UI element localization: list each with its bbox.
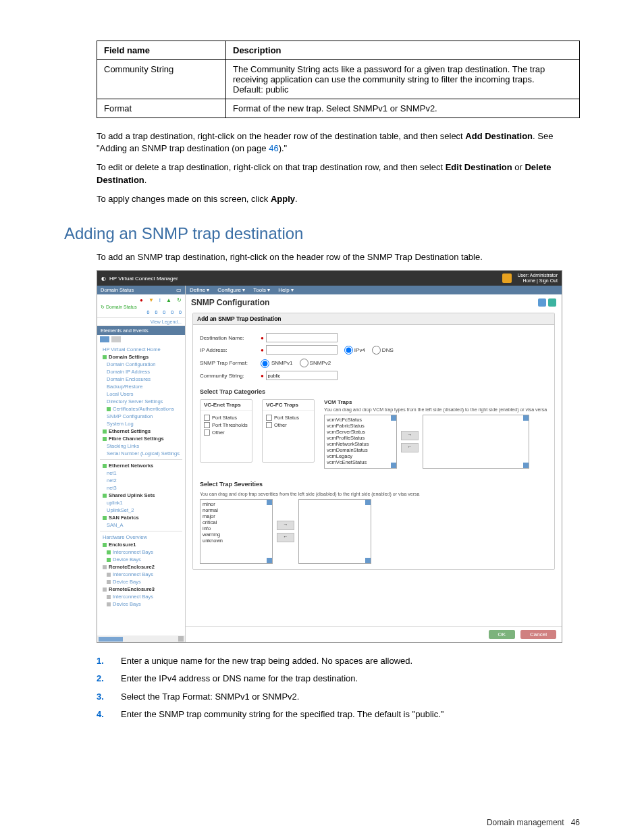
nav-item[interactable]: Interconnect Bays — [100, 548, 182, 556]
menu-item[interactable]: Define ▾ — [190, 287, 209, 293]
link-page-46[interactable]: 46 — [269, 143, 278, 153]
nav-item[interactable]: Interconnect Bays — [100, 593, 182, 600]
ok-button[interactable]: OK — [489, 630, 516, 639]
list-item[interactable]: normal — [203, 507, 270, 513]
step-item: Select the Trap Format: SNMPv1 or SNMPv2… — [97, 688, 580, 706]
th-field: Field name — [97, 41, 226, 60]
list-item[interactable]: vcmNetworkStatus — [327, 441, 394, 447]
nav-item[interactable]: net1 — [100, 469, 182, 477]
trap-checkbox[interactable]: Other — [266, 422, 311, 428]
sev-disabled-list[interactable]: minornormalmajorcriticalinfowarningunkno… — [200, 499, 273, 564]
vcm-traps-area: VCM Traps You can drag and drop VCM trap… — [324, 399, 547, 469]
tab-icon[interactable] — [111, 336, 121, 342]
list-item[interactable]: major — [203, 513, 270, 519]
list-item[interactable]: warning — [203, 531, 270, 538]
nav-item[interactable]: net3 — [100, 484, 182, 492]
section-heading: Adding an SNMP trap destination — [64, 224, 580, 243]
list-item[interactable]: info — [203, 525, 270, 531]
menu-item[interactable]: Help ▾ — [278, 287, 294, 293]
nav-item[interactable]: Domain Enclosures — [100, 375, 182, 383]
move-right-button[interactable]: → — [401, 431, 419, 440]
nav-item[interactable]: Hardware Overview — [100, 533, 182, 541]
menubar[interactable]: Define ▾Configure ▾Tools ▾Help ▾ — [186, 286, 562, 294]
nav-item[interactable]: RemoteEnclosure2 — [100, 563, 182, 571]
list-item[interactable]: vcmDomainStatus — [327, 447, 394, 453]
move-left-button[interactable]: ← — [401, 443, 419, 452]
list-item[interactable]: minor — [203, 501, 270, 507]
nav-item[interactable]: Fibre Channel Settings — [100, 435, 182, 442]
nav-item[interactable]: Device Bays — [100, 556, 182, 563]
tab-icon[interactable] — [100, 336, 109, 342]
list-item[interactable]: vcmVcFcStatus — [327, 417, 394, 423]
trap-checkbox[interactable]: Port Thresholds — [204, 422, 248, 428]
list-item[interactable]: vcmVcEnetStatus — [327, 459, 394, 465]
vcm-enabled-list[interactable] — [423, 415, 529, 469]
move-right-button[interactable]: → — [277, 521, 294, 530]
enet-traps-column: VC-Enet Traps Port Status Port Threshold… — [200, 399, 252, 463]
snmpv1-radio[interactable] — [261, 359, 269, 368]
nav-item[interactable]: SAN_A — [100, 521, 182, 529]
nav-item[interactable]: UplinkSet_2 — [100, 506, 182, 514]
menu-item[interactable]: Tools ▾ — [253, 287, 270, 293]
snmpv2-radio[interactable] — [300, 359, 308, 367]
collapse-icon[interactable]: ▭ — [176, 287, 182, 293]
nav-item[interactable]: Domain Configuration — [100, 361, 182, 368]
add-trap-panel: Add an SNMP Trap Destination Destination… — [192, 313, 555, 570]
nav-item[interactable]: Certificates/Authentications — [100, 405, 182, 413]
hp-logo-icon: ◐ — [101, 276, 106, 282]
nav-item[interactable]: Stacking Links — [100, 442, 182, 450]
trap-checkbox[interactable]: Port Status — [266, 415, 311, 421]
panel-header: Add an SNMP Trap Destination — [193, 313, 554, 325]
comm-input[interactable] — [266, 371, 338, 380]
print-icon[interactable] — [538, 298, 546, 307]
sev-enabled-list[interactable] — [298, 499, 371, 564]
home-icon[interactable] — [502, 273, 512, 283]
nav-item[interactable]: Enclosure1 — [100, 541, 182, 548]
help-icon[interactable] — [548, 298, 556, 307]
list-item[interactable]: vcmProfileStatus — [327, 435, 394, 441]
nav-item[interactable]: Directory Server Settings — [100, 398, 182, 405]
list-item[interactable]: critical — [203, 519, 270, 525]
ipv4-radio[interactable] — [344, 346, 353, 355]
sidebar-scrollbar[interactable] — [97, 635, 185, 642]
nav-item[interactable]: Backup/Restore — [100, 383, 182, 390]
nav-item[interactable]: uplink1 — [100, 499, 182, 506]
list-item[interactable]: vcmServerStatus — [327, 429, 394, 435]
nav-item[interactable]: Serial Number (Logical) Settings — [100, 450, 182, 457]
app-title: HP Virtual Connect Manager — [109, 276, 178, 282]
nav-item[interactable]: Domain Settings — [100, 353, 182, 361]
dest-name-label: Destination Name: — [200, 335, 261, 341]
nav-item[interactable]: Ethernet Networks — [100, 462, 182, 469]
nav-item[interactable]: Shared Uplink Sets — [100, 492, 182, 499]
nav-item[interactable]: SAN Fabrics — [100, 514, 182, 521]
list-item[interactable]: vcmFabricStatus — [327, 423, 394, 429]
nav-item[interactable]: Device Bays — [100, 578, 182, 585]
list-item[interactable]: unknown — [203, 538, 270, 544]
nav-item[interactable]: Local Users — [100, 390, 182, 398]
nav-item[interactable]: HP Virtual Connect Home — [100, 346, 182, 353]
dest-name-input[interactable] — [266, 333, 338, 342]
nav-item[interactable]: SNMP Configuration — [100, 413, 182, 420]
cancel-button[interactable]: Cancel — [520, 630, 556, 639]
list-item[interactable]: vcmLegacy — [327, 453, 394, 459]
menu-item[interactable]: Configure ▾ — [217, 287, 245, 293]
trap-checkbox[interactable]: Other — [204, 429, 248, 436]
nav-item[interactable]: Interconnect Bays — [100, 571, 182, 578]
nav-item[interactable]: Domain IP Address — [100, 368, 182, 375]
nav-item[interactable]: net2 — [100, 477, 182, 484]
vcm-disabled-list[interactable]: vcmVcFcStatusvcmFabricStatusvcmServerSta… — [324, 415, 397, 469]
dns-radio[interactable] — [372, 346, 381, 355]
ip-input[interactable] — [266, 345, 338, 355]
view-legend-link[interactable]: View Legend... — [97, 318, 185, 326]
trap-checkbox[interactable]: Port Status — [204, 415, 248, 421]
nav-tree[interactable]: HP Virtual Connect HomeDomain SettingsDo… — [97, 344, 185, 635]
nav-item[interactable]: System Log — [100, 420, 182, 427]
nav-item[interactable]: Ethernet Settings — [100, 427, 182, 435]
step-item: Enter the IPv4 address or DNS name for t… — [97, 670, 580, 687]
signout-links[interactable]: Home | Sign Out — [517, 278, 558, 284]
nav-item[interactable]: RemoteEnclosure3 — [100, 585, 182, 593]
table-cell-field: Format — [97, 99, 226, 118]
nav-item[interactable]: Device Bays — [100, 600, 182, 608]
move-left-button[interactable]: ← — [277, 533, 294, 542]
comm-label: Community String: — [200, 373, 261, 379]
